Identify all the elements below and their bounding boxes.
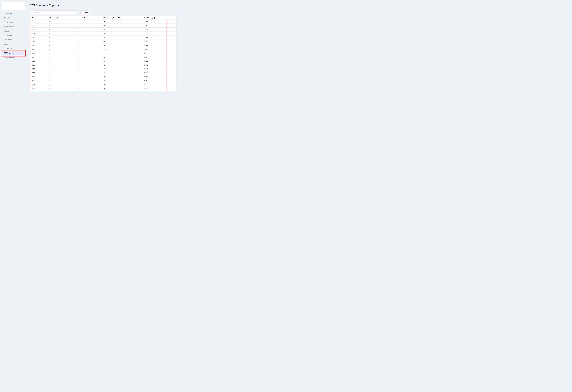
- table-cell: 909: [31, 88, 48, 90]
- table-cell: 1017: [31, 25, 48, 26]
- table-cell: 0.002: [143, 25, 176, 26]
- table-cell: 1.949: [101, 25, 143, 26]
- sidebar-item-temperatures[interactable]: Temperatures: [0, 24, 28, 29]
- table-body: 1005020.9580.0051017011.9490.0021019040.…: [31, 20, 176, 91]
- table-cell: 1.312: [101, 88, 143, 90]
- table-header-row: Room NoMeter Log CountSession CountTotal…: [31, 16, 176, 20]
- sidebar-item-room-types[interactable]: Room Types: [0, 20, 28, 24]
- table-cell: 0: [48, 88, 76, 90]
- table-cell: 0.436: [143, 88, 176, 90]
- column-header: Meter Log Count: [48, 17, 76, 19]
- table-cell: 1019: [31, 29, 48, 30]
- logo-placeholder: [2, 2, 25, 10]
- search-button-label: Search: [84, 12, 89, 13]
- table-cell: 0.001: [143, 68, 176, 70]
- table-cell: 0.004: [143, 72, 176, 74]
- table-row: 717030.5960.625: [31, 55, 176, 59]
- table-cell: 0.077: [101, 32, 143, 34]
- table-cell: 0.526: [143, 60, 176, 62]
- column-header: Room No: [31, 17, 48, 19]
- sidebar-item-label: Rooms: [4, 30, 9, 32]
- sidebar-item-ess-notarization[interactable]: ESS Notarization: [0, 55, 28, 60]
- table-cell: 0.894: [101, 29, 143, 30]
- table-cell: 0.596: [101, 56, 143, 58]
- sidebar-item-label: Logs: [4, 43, 8, 45]
- sidebar-item-label: ESS Reports: [4, 52, 13, 54]
- table-cell: 0: [48, 60, 76, 62]
- table-row: 6230000: [31, 51, 176, 55]
- table-cell: 622: [31, 48, 48, 50]
- table-cell: 2: [76, 32, 101, 34]
- page-title: ESS Summary Reports: [30, 4, 59, 7]
- table-cell: 0: [48, 41, 76, 42]
- table-cell: 1: [76, 25, 101, 26]
- sidebar-item-controllers[interactable]: Controllers: [0, 33, 28, 37]
- table-cell: 805: [31, 68, 48, 70]
- table-cell: 621: [31, 44, 48, 46]
- table-cell: 0.98: [143, 48, 176, 50]
- table-cell: 1: [76, 48, 101, 50]
- search-button[interactable]: Search: [80, 11, 91, 14]
- table-cell: 0.878: [101, 80, 143, 82]
- vertical-scrollbar[interactable]: [177, 5, 177, 85]
- sidebar-item-debug-logs[interactable]: Debug Logs: [0, 46, 28, 51]
- table-cell: 1.402: [101, 36, 143, 38]
- sidebar-item-rooms[interactable]: Rooms: [0, 29, 28, 33]
- table-cell: 1005: [31, 21, 48, 22]
- table-cell: 623: [31, 52, 48, 54]
- sidebar-item-label: ESS Notarization: [4, 57, 16, 58]
- table-row: 1019040.8940.471: [31, 28, 176, 31]
- horizontal-scrollbar[interactable]: [31, 91, 176, 91]
- sidebar-item-local-users[interactable]: Local Users: [0, 38, 28, 42]
- column-header: Session Count: [76, 17, 101, 19]
- table-cell: 0: [143, 52, 176, 54]
- table-cell: 0: [48, 29, 76, 30]
- table-cell: 0.04: [143, 41, 176, 42]
- table-cell: 1.124: [143, 32, 176, 34]
- table-cell: 0: [48, 72, 76, 74]
- table-cell: 0.007: [143, 44, 176, 46]
- table-cell: 0.625: [143, 56, 176, 58]
- date-input[interactable]: 21/09/2025: [31, 10, 78, 14]
- table-cell: 5: [76, 36, 101, 38]
- sidebar-item-ess-reports[interactable]: ESS Reports›: [1, 51, 24, 55]
- table-cell: 0: [48, 64, 76, 66]
- sidebar-item-logs[interactable]: Logs: [0, 42, 28, 46]
- table-cell: 0: [48, 76, 76, 78]
- table-cell: 5: [76, 68, 101, 70]
- table-cell: 1: [76, 76, 101, 78]
- table-row: 1005020.9580.005: [31, 20, 176, 24]
- sidebar-item-label: Temperatures: [4, 26, 14, 28]
- sidebar-item-label: Debug Logs: [4, 48, 13, 49]
- table-row: 907000.0990: [31, 83, 176, 87]
- table-cell: 0: [48, 68, 76, 70]
- table-cell: 821: [31, 76, 48, 78]
- table-row: 815010.0210.004: [31, 71, 176, 75]
- table-cell: 520: [31, 41, 48, 42]
- report-table-card: Room NoMeter Log CountSession CountTotal…: [31, 16, 176, 91]
- table-row: 905090.8780.45: [31, 79, 176, 83]
- date-value: 21/09/2025: [32, 12, 40, 13]
- sidebar-menu: DashboardOverviewRoom TypesTemperaturesR…: [0, 11, 28, 60]
- table-cell: 907: [31, 84, 48, 86]
- table-row: 718050.9350.526: [31, 59, 176, 63]
- table-cell: 0: [48, 48, 76, 50]
- sidebar-item-overview[interactable]: Overview: [0, 16, 28, 20]
- table-row: 909051.3120.436: [31, 87, 176, 91]
- table-cell: 9: [76, 80, 101, 82]
- sidebar-item-dashboard[interactable]: Dashboard: [0, 11, 28, 16]
- calendar-icon[interactable]: [75, 12, 76, 13]
- sidebar-item-label: Controllers: [4, 34, 12, 36]
- table-cell: 0.043: [143, 64, 176, 66]
- table-row: 622010.2550.98: [31, 47, 176, 51]
- sidebar-item-label: Local Users: [4, 39, 13, 41]
- table-cell: 2: [76, 44, 101, 46]
- table-cell: 0: [48, 84, 76, 86]
- table-cell: 0.958: [101, 21, 143, 22]
- table-cell: 1: [76, 72, 101, 74]
- table-cell: 0.241: [101, 76, 143, 78]
- table-row: 805050.9450.001: [31, 67, 176, 71]
- table-cell: 0.255: [101, 48, 143, 50]
- table-cell: 1.348: [101, 41, 143, 42]
- column-header: Total Savings (kWh): [143, 17, 176, 19]
